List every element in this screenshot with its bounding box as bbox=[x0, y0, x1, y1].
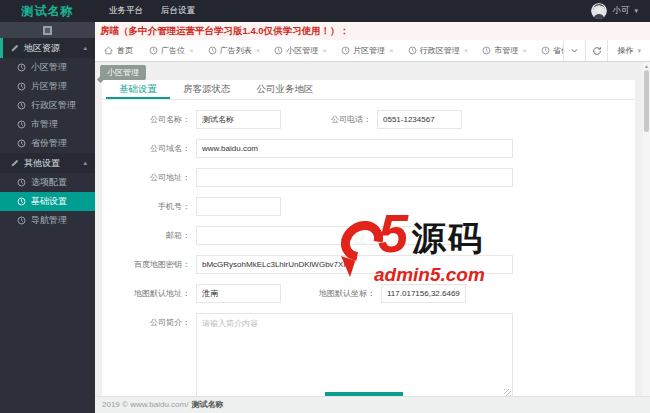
clock-icon bbox=[17, 63, 26, 72]
basic-settings-form: 公司名称： 公司电话： 公司域名： 公司地址： 手机号： bbox=[102, 100, 635, 396]
close-tab-icon[interactable]: × bbox=[322, 46, 327, 55]
tab-city-mgmt[interactable]: 市管理 × bbox=[475, 40, 534, 61]
sidebar-item-district-mgmt[interactable]: 片区管理 bbox=[0, 77, 95, 96]
topbar: 测试名称 业务平台 后台设置 小可 ▾ bbox=[0, 0, 650, 22]
clock-icon bbox=[149, 46, 158, 55]
sidebar-item-label: 选项配置 bbox=[31, 176, 67, 189]
sidebar-item-admin-region-mgmt[interactable]: 行政区管理 bbox=[0, 96, 95, 115]
company-address-input[interactable] bbox=[196, 168, 513, 187]
clock-icon bbox=[274, 46, 283, 55]
caret-up-icon: ▴ bbox=[83, 159, 87, 167]
company-phone-input[interactable] bbox=[377, 110, 462, 129]
brand-logo[interactable]: 测试名称 bbox=[0, 3, 95, 20]
tab-company-business-area[interactable]: 公司业务地区 bbox=[244, 80, 327, 99]
email-input[interactable] bbox=[196, 226, 462, 245]
form-row: 地图默认地址： 地图默认坐标： bbox=[102, 284, 635, 303]
avatar bbox=[591, 3, 607, 19]
clock-icon bbox=[17, 82, 26, 91]
username: 小可 bbox=[612, 5, 629, 17]
footer: 2019 © www.baidu.com/测试名称 bbox=[95, 396, 650, 413]
menu-business-platform[interactable]: 业务平台 bbox=[109, 5, 143, 17]
collapse-toggle-icon[interactable] bbox=[43, 26, 52, 35]
form-row: 手机号： bbox=[102, 197, 635, 216]
sidebar-item-nav-mgmt[interactable]: 导航管理 bbox=[0, 211, 95, 230]
tab-home[interactable]: 首页 bbox=[95, 40, 142, 61]
tab-province-mgmt[interactable]: 省份管理 × bbox=[534, 40, 563, 61]
tab-refresh-button[interactable] bbox=[585, 40, 607, 61]
form-row: 公司简介： bbox=[102, 313, 635, 396]
map-default-address-input[interactable] bbox=[196, 284, 281, 303]
sidebar-item-label: 省份管理 bbox=[31, 137, 67, 150]
form-row: 百度地图密钥： bbox=[102, 255, 635, 274]
caret-down-icon: ▾ bbox=[634, 7, 638, 15]
caret-down-icon: ▾ bbox=[637, 47, 641, 55]
tab-label: 广告列表 bbox=[220, 45, 252, 56]
user-menu[interactable]: 小可 ▾ bbox=[591, 3, 638, 19]
settings-tabs: 基础设置 房客源状态 公司业务地区 bbox=[102, 80, 635, 100]
tab-label: 首页 bbox=[117, 45, 133, 56]
open-tabs: 广告位 × 广告列表 × 小区管理 × 片区管理 × 行政区管理 × bbox=[142, 40, 563, 61]
menu-admin-settings[interactable]: 后台设置 bbox=[161, 5, 195, 17]
refresh-icon bbox=[592, 46, 602, 56]
tab-ad-list[interactable]: 广告列表 × bbox=[201, 40, 268, 61]
user-avatar-icon bbox=[591, 3, 607, 19]
tab-district-mgmt[interactable]: 片区管理 × bbox=[334, 40, 401, 61]
baidu-map-key-input[interactable] bbox=[196, 255, 513, 274]
main-content: 小区管理 基础设置 房客源状态 公司业务地区 公司名称： 公司电话： 公司域名： bbox=[95, 62, 650, 396]
sidebar-item-label: 行政区管理 bbox=[31, 99, 76, 112]
map-default-address-label: 地图默认地址： bbox=[102, 288, 196, 299]
sidebar-section-other-settings[interactable]: 其他设置 ▴ bbox=[0, 153, 95, 173]
close-tab-icon[interactable]: × bbox=[389, 46, 394, 55]
clock-icon bbox=[482, 46, 491, 55]
sidebar-item-label: 导航管理 bbox=[31, 214, 67, 227]
sidebar-item-city-mgmt[interactable]: 市管理 bbox=[0, 115, 95, 134]
sidebar-item-province-mgmt[interactable]: 省份管理 bbox=[0, 134, 95, 153]
company-phone-label: 公司电话： bbox=[331, 114, 377, 125]
company-intro-textarea[interactable] bbox=[196, 313, 513, 396]
action-button-label: 操作 bbox=[617, 45, 633, 56]
tab-list-dropdown-button[interactable] bbox=[563, 40, 585, 61]
tools-icon bbox=[10, 159, 19, 168]
clock-icon bbox=[541, 46, 550, 55]
clock-icon bbox=[17, 178, 26, 187]
clock-icon bbox=[17, 101, 26, 110]
sidebar-item-option-config[interactable]: 选项配置 bbox=[0, 173, 95, 192]
resize-handle[interactable] bbox=[504, 389, 511, 396]
close-tab-icon[interactable]: × bbox=[189, 46, 194, 55]
sidebar-item-basic-settings[interactable]: 基础设置 bbox=[0, 192, 95, 211]
tab-housing-status[interactable]: 房客源状态 bbox=[170, 80, 244, 99]
sidebar-item-community-mgmt[interactable]: 小区管理 bbox=[0, 58, 95, 77]
action-button[interactable]: 操作 ▾ bbox=[607, 40, 650, 61]
scrollbar[interactable]: ▲ bbox=[643, 62, 650, 396]
tab-label: 省份管理 bbox=[553, 45, 563, 56]
chevron-down-icon bbox=[570, 46, 579, 55]
close-tab-icon[interactable]: × bbox=[464, 46, 469, 55]
company-domain-label: 公司域名： bbox=[102, 143, 196, 154]
baidu-map-key-label: 百度地图密钥： bbox=[102, 259, 196, 270]
notice-text: 房喵（多中介管理运营平台学习版1.4.0仅供学习使用！）： bbox=[100, 25, 349, 36]
tab-label: 广告位 bbox=[161, 45, 185, 56]
footer-copyright: 2019 © www.baidu.com/ bbox=[102, 400, 188, 409]
map-default-coords-input[interactable] bbox=[381, 284, 466, 303]
clock-icon bbox=[208, 46, 217, 55]
clock-icon bbox=[17, 197, 26, 206]
notice-bar: 房喵（多中介管理运营平台学习版1.4.0仅供学习使用！）： bbox=[95, 22, 650, 40]
company-domain-input[interactable] bbox=[196, 139, 513, 158]
tab-admin-region-mgmt[interactable]: 行政区管理 × bbox=[401, 40, 476, 61]
close-tab-icon[interactable]: × bbox=[522, 46, 527, 55]
clock-icon bbox=[17, 139, 26, 148]
clock-icon bbox=[341, 46, 350, 55]
sidebar-item-label: 基础设置 bbox=[31, 195, 67, 208]
close-tab-icon[interactable]: × bbox=[256, 46, 261, 55]
mobile-input[interactable] bbox=[196, 197, 281, 216]
tab-ad-position[interactable]: 广告位 × bbox=[142, 40, 201, 61]
sidebar-section-region-resources[interactable]: 地区资源 ▴ bbox=[0, 38, 95, 58]
tab-basic-settings[interactable]: 基础设置 bbox=[106, 80, 170, 99]
company-intro-label: 公司简介： bbox=[102, 313, 196, 328]
company-name-label: 公司名称： bbox=[102, 114, 196, 125]
scrollbar-thumb[interactable] bbox=[644, 70, 649, 132]
tab-community-mgmt[interactable]: 小区管理 × bbox=[267, 40, 334, 61]
sidebar: 地区资源 ▴ 小区管理 片区管理 行政区管理 市管理 省份管理 其他设置 bbox=[0, 22, 95, 413]
company-name-input[interactable] bbox=[196, 110, 281, 129]
scroll-up-icon[interactable]: ▲ bbox=[643, 63, 650, 69]
